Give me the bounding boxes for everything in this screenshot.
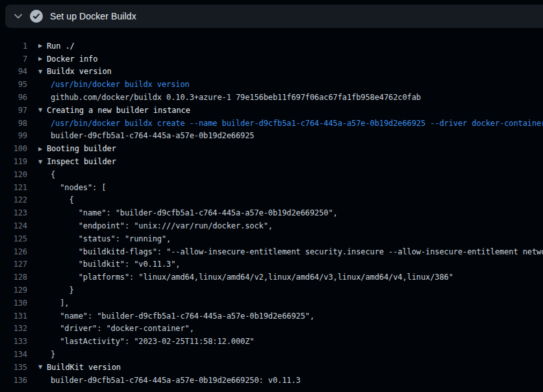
log-viewer[interactable]: 1▶Run ./7▶Docker info94▼Buildx version95…	[0, 28, 543, 392]
log-row-119[interactable]: 119▼Inspect builder	[0, 155, 543, 168]
output-text: "platforms": "linux/amd64,linux/amd64/v2…	[47, 273, 453, 282]
group-title: Booting builder	[47, 144, 116, 153]
log-row-96: 96github.com/docker/buildx 0.10.3+azure-…	[0, 91, 543, 104]
line-number[interactable]: 134	[0, 350, 27, 359]
line-number[interactable]: 125	[0, 234, 27, 243]
line-number[interactable]: 99	[0, 131, 27, 140]
group-collapsed-arrow-icon[interactable]: ▶	[38, 56, 47, 62]
output-text: builder-d9cfb5a1-c764-445a-a57e-0b19d2e6…	[47, 376, 301, 385]
command-text: /usr/bin/docker buildx version	[47, 80, 190, 89]
output-text: builder-d9cfb5a1-c764-445a-a57e-0b19d2e6…	[47, 131, 254, 140]
line-number[interactable]: 124	[0, 221, 27, 230]
output-text: }	[47, 350, 55, 359]
line-number[interactable]: 122	[0, 195, 27, 204]
chevron-down-icon[interactable]	[14, 12, 23, 21]
log-row-121: 121 "nodes": [	[0, 181, 543, 194]
log-row-131: 131 "name": "builder-d9cfb5a1-c764-445a-…	[0, 310, 543, 323]
line-number[interactable]: 128	[0, 273, 27, 282]
line-number[interactable]: 96	[0, 93, 27, 102]
group-expanded-arrow-icon[interactable]: ▼	[38, 107, 47, 113]
output-text: github.com/docker/buildx 0.10.3+azure-1 …	[47, 93, 421, 102]
line-number[interactable]: 131	[0, 312, 27, 321]
group-title: Docker info	[47, 55, 97, 64]
output-text: "endpoint": "unix:///var/run/docker.sock…	[47, 221, 273, 230]
line-number[interactable]: 97	[0, 106, 27, 115]
line-number[interactable]: 1	[0, 42, 27, 51]
line-number[interactable]: 136	[0, 376, 27, 385]
group-expanded-arrow-icon[interactable]: ▼	[38, 364, 47, 370]
output-text: "nodes": [	[47, 183, 107, 192]
step-header[interactable]: Set up Docker Buildx	[5, 5, 543, 28]
output-text: }	[47, 286, 74, 295]
group-expanded-arrow-icon[interactable]: ▼	[38, 159, 47, 165]
group-collapsed-arrow-icon[interactable]: ▶	[38, 43, 47, 49]
log-row-135[interactable]: 135▼BuildKit version	[0, 361, 543, 374]
line-number[interactable]: 126	[0, 247, 27, 256]
log-row-120: 120{	[0, 168, 543, 181]
log-row-100[interactable]: 100▶Booting builder	[0, 142, 543, 155]
group-expanded-arrow-icon[interactable]: ▼	[38, 69, 47, 75]
line-number[interactable]: 135	[0, 363, 27, 372]
group-title: BuildKit version	[47, 363, 121, 372]
output-text: "name": "builder-d9cfb5a1-c764-445a-a57e…	[47, 208, 338, 217]
line-number[interactable]: 7	[0, 55, 27, 64]
output-text: "lastActivity": "2023-02-25T11:58:12.000…	[47, 337, 254, 346]
log-row-122: 122 {	[0, 194, 543, 207]
log-row-127: 127 "buildkit": "v0.11.3",	[0, 258, 543, 271]
log-row-95: 95/usr/bin/docker buildx version	[0, 78, 543, 91]
line-number[interactable]: 95	[0, 80, 27, 89]
log-row-134: 134}	[0, 348, 543, 361]
line-number[interactable]: 100	[0, 144, 27, 153]
group-collapsed-arrow-icon[interactable]: ▶	[38, 146, 47, 152]
line-number[interactable]: 121	[0, 183, 27, 192]
log-row-136: 136builder-d9cfb5a1-c764-445a-a57e-0b19d…	[0, 374, 543, 387]
output-text: {	[47, 170, 55, 179]
group-title: Buildx version	[47, 67, 112, 76]
output-text: "buildkitd-flags": "--allow-insecure-ent…	[47, 247, 543, 256]
step-title: Set up Docker Buildx	[50, 11, 136, 21]
line-number[interactable]: 120	[0, 170, 27, 179]
log-row-128: 128 "platforms": "linux/amd64,linux/amd6…	[0, 271, 543, 284]
group-title: Inspect builder	[47, 157, 116, 166]
log-row-125: 125 "status": "running",	[0, 232, 543, 245]
log-row-99: 99builder-d9cfb5a1-c764-445a-a57e-0b19d2…	[0, 130, 543, 143]
group-title: Run ./	[47, 42, 75, 51]
output-text: "status": "running",	[47, 234, 171, 243]
log-row-98: 98/usr/bin/docker buildx create --name b…	[0, 117, 543, 130]
log-row-123: 123 "name": "builder-d9cfb5a1-c764-445a-…	[0, 206, 543, 219]
check-circle-icon	[30, 10, 43, 23]
output-text: ],	[47, 299, 69, 308]
output-text: "driver": "docker-container",	[47, 324, 194, 333]
log-row-133: 133 "lastActivity": "2023-02-25T11:58:12…	[0, 335, 543, 348]
line-number[interactable]: 119	[0, 157, 27, 166]
log-row-7[interactable]: 7▶Docker info	[0, 53, 543, 66]
log-row-124: 124 "endpoint": "unix:///var/run/docker.…	[0, 219, 543, 232]
line-number[interactable]: 133	[0, 337, 27, 346]
log-row-94[interactable]: 94▼Buildx version	[0, 66, 543, 79]
log-row-130: 130 ],	[0, 297, 543, 310]
line-number[interactable]: 132	[0, 324, 27, 333]
output-text: "buildkit": "v0.11.3",	[47, 260, 181, 269]
line-number[interactable]: 130	[0, 299, 27, 308]
log-row-97[interactable]: 97▼Creating a new builder instance	[0, 104, 543, 117]
log-row-126: 126 "buildkitd-flags": "--allow-insecure…	[0, 245, 543, 258]
group-title: Creating a new builder instance	[47, 106, 190, 115]
log-row-132: 132 "driver": "docker-container",	[0, 323, 543, 336]
log-row-1[interactable]: 1▶Run ./	[0, 40, 543, 53]
line-number[interactable]: 127	[0, 260, 27, 269]
output-text: "name": "builder-d9cfb5a1-c764-445a-a57e…	[47, 312, 314, 321]
log-row-129: 129 }	[0, 284, 543, 297]
line-number[interactable]: 129	[0, 286, 27, 295]
output-text: {	[47, 195, 74, 204]
line-number[interactable]: 123	[0, 208, 27, 217]
line-number[interactable]: 94	[0, 67, 27, 76]
line-number[interactable]: 98	[0, 119, 27, 128]
command-text: /usr/bin/docker buildx create --name bui…	[47, 119, 543, 128]
